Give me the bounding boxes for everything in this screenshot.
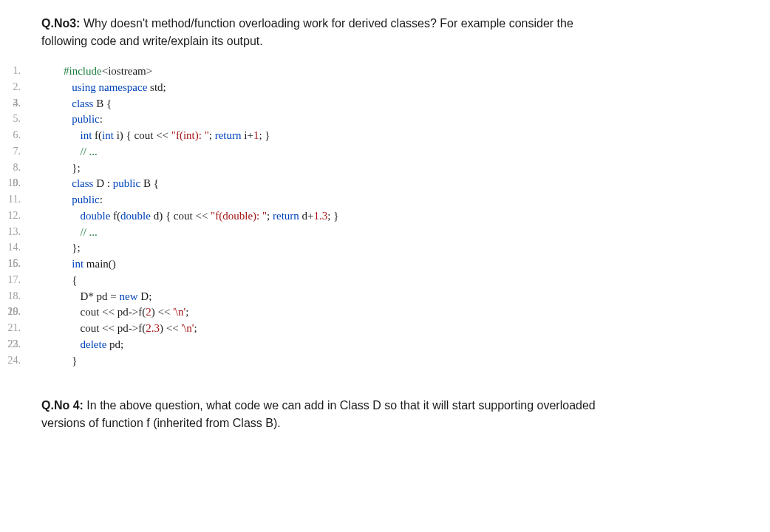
line-number: 8. [0, 160, 21, 175]
line-number: 6. [0, 128, 21, 143]
code-token: ; [185, 306, 188, 318]
code-token: double [120, 210, 151, 222]
line-number: 24. [0, 353, 21, 368]
line-number: 12. [0, 208, 21, 223]
code-token: ) << [160, 322, 181, 334]
line-number: 20. [0, 304, 21, 319]
code-token: return [273, 210, 299, 222]
code-token: cout << pd->f( [81, 322, 146, 334]
code-token: main() [84, 258, 116, 270]
code-row: 10. class D : public B { [64, 176, 729, 192]
code-token: B { [140, 177, 159, 189]
code-content: int main() [64, 256, 116, 273]
code-row: 23. delete pd; [64, 337, 729, 353]
code-token: namespace [99, 81, 148, 93]
code-row: 4. class B { [64, 96, 729, 112]
code-content: public: [64, 192, 103, 208]
code-row: 14. }; [64, 240, 729, 256]
code-content: cout << pd->f(2) << '\n'; [64, 304, 188, 321]
code-token: 1.3 [314, 210, 328, 222]
code-token: class [72, 98, 93, 109]
code-token: D* pd = [81, 290, 120, 302]
line-number: 18. [0, 289, 21, 304]
code-row: 18. D* pd = new D; [64, 289, 729, 305]
code-token: class [72, 177, 93, 189]
code-token: f( [92, 129, 102, 141]
code-token: } [72, 355, 77, 366]
code-content: double f(double d) { cout << "f(double):… [64, 208, 338, 225]
q4-text-1: In the above question, what code we can … [84, 399, 596, 412]
code-token: public [72, 113, 100, 125]
code-token: f( [110, 210, 120, 222]
code-token: '\n' [181, 322, 194, 334]
code-token: '\n' [173, 306, 185, 318]
code-token: ; [194, 322, 197, 334]
code-token: using [72, 81, 96, 93]
code-token: > [146, 65, 152, 77]
code-token: ; [209, 129, 215, 141]
code-token: B { [93, 98, 112, 109]
code-row: 24. } [64, 353, 729, 369]
question-4: Q.No 4: In the above question, what code… [41, 397, 729, 432]
question-3: Q.No3: Why doesn't method/function overl… [41, 15, 729, 50]
code-token: }; [72, 242, 80, 253]
code-content: D* pd = new D; [64, 289, 151, 305]
code-content: public: [64, 112, 103, 128]
code-token: ) << [151, 306, 173, 318]
code-token: #include [64, 65, 102, 77]
code-token: : [100, 113, 103, 125]
code-row: 2. using namespace std; [64, 80, 729, 96]
code-token: D; [138, 290, 152, 302]
code-token: public [113, 177, 141, 189]
code-token: i+ [242, 129, 253, 141]
code-content: class B { [64, 96, 112, 112]
code-token: cout << pd->f( [81, 306, 146, 318]
line-number: 13. [0, 225, 21, 239]
code-token: double [81, 210, 111, 222]
code-token: return [215, 129, 242, 141]
code-token: i) { cout << [114, 129, 171, 141]
code-token: // ... [81, 226, 98, 238]
code-content: delete pd; [64, 337, 123, 353]
line-number: 1. [0, 64, 21, 78]
line-number: 21. [0, 321, 21, 335]
line-number: 10. [0, 176, 21, 191]
code-token: std; [147, 81, 166, 93]
line-number: 14. [0, 240, 21, 255]
code-content: using namespace std; [64, 80, 166, 96]
code-content: // ... [64, 225, 98, 241]
code-row: 12. double f(double d) { cout << "f(doub… [64, 208, 729, 225]
code-token: d) { cout << [151, 210, 211, 222]
code-token: int [102, 129, 114, 141]
code-token: D : [93, 177, 112, 189]
line-number: 16. [0, 256, 21, 271]
code-token: "f(double): " [211, 210, 267, 222]
code-row: 6. int f(int i) { cout << "f(int): "; re… [64, 128, 729, 144]
q3-text-1: Why doesn't method/function overloading … [80, 17, 573, 30]
code-content: } [64, 353, 77, 369]
code-token: new [120, 290, 138, 302]
code-row: 13. // ... [64, 225, 729, 241]
code-token: 2 [146, 306, 151, 318]
code-row: 17. { [64, 273, 729, 289]
code-token: < [102, 65, 108, 77]
code-token: // ... [81, 146, 98, 157]
code-content: cout << pd->f(2.3) << '\n'; [64, 321, 197, 337]
code-content: }; [64, 240, 81, 256]
line-number: 5. [0, 112, 21, 126]
line-number: 23. [0, 337, 21, 352]
code-token: delete [81, 338, 107, 350]
code-row: 20. cout << pd->f(2) << '\n'; [64, 304, 729, 321]
code-content: int f(int i) { cout << "f(int): "; retur… [64, 128, 270, 144]
code-token: public [72, 194, 100, 205]
code-token: ; } [327, 210, 338, 222]
code-token: "f(int): " [171, 129, 209, 141]
code-content: }; [64, 160, 81, 177]
code-row: 16. int main() [64, 256, 729, 273]
code-row: 8. }; [64, 160, 729, 177]
code-token: 2.3 [146, 322, 160, 334]
q3-text-2: following code and write/explain its out… [41, 33, 729, 50]
q4-label: Q.No 4: [41, 399, 84, 412]
code-content: class D : public B { [64, 176, 159, 192]
code-block: 1.#include<iostream>2. using namespace s… [64, 64, 729, 369]
